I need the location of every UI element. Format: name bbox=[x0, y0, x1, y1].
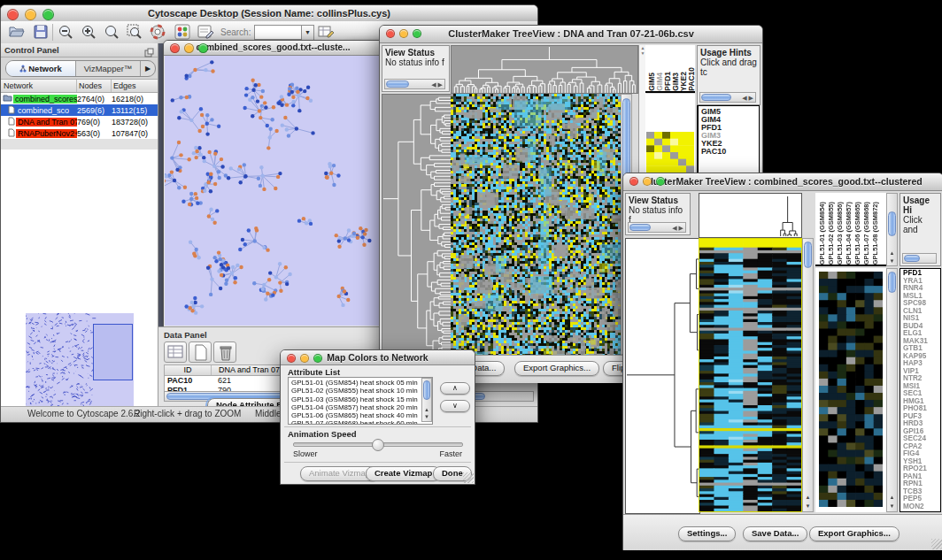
attribute-list-item[interactable]: GPL51-07 (GSM868) heat shock 60 min bbox=[291, 419, 432, 425]
network-view-canvas[interactable] bbox=[165, 56, 382, 326]
gene-label[interactable]: MAK31 bbox=[903, 338, 940, 346]
gene-label[interactable]: KAP95 bbox=[903, 353, 940, 361]
gene-label[interactable]: GPI16 bbox=[903, 428, 940, 436]
zoom-in-icon[interactable] bbox=[81, 24, 97, 43]
column-label[interactable]: YKE2 bbox=[679, 72, 687, 91]
attribute-list-item[interactable]: GPL51-06 (GSM865) heat shock 40 min bbox=[291, 411, 432, 419]
gene-label[interactable]: FIG4 bbox=[903, 450, 940, 458]
zoom-heatmap[interactable] bbox=[819, 272, 883, 507]
col-nodes[interactable]: Nodes bbox=[77, 80, 112, 92]
zoom-icon[interactable] bbox=[656, 177, 665, 186]
animation-speed-slider[interactable] bbox=[293, 442, 463, 447]
gene-label[interactable]: PAN1 bbox=[903, 473, 940, 481]
col-network[interactable]: Network bbox=[1, 80, 77, 92]
close-icon[interactable] bbox=[170, 43, 180, 53]
array-label[interactable]: GPL51-06 (GSM865) bbox=[853, 202, 862, 265]
create-vizmap-button[interactable]: Create Vizmap bbox=[366, 466, 441, 481]
gene-label[interactable]: VIP1 bbox=[903, 368, 940, 376]
minimize-icon[interactable] bbox=[25, 9, 36, 20]
help-lifebuoy-icon[interactable] bbox=[150, 24, 166, 43]
tab-network[interactable]: Network bbox=[6, 61, 76, 76]
slider-thumb[interactable] bbox=[372, 439, 384, 451]
gene-label[interactable]: YSH1 bbox=[903, 458, 940, 466]
table-view-icon[interactable] bbox=[164, 341, 187, 363]
gene-label[interactable]: YRA1 bbox=[903, 278, 940, 286]
attribute-list-vscrollbar[interactable]: ▲▼ bbox=[421, 378, 432, 422]
tab-vizmapper[interactable]: VizMapper™ bbox=[76, 61, 141, 76]
col-edges[interactable]: Edges bbox=[112, 80, 158, 92]
minimize-icon[interactable] bbox=[184, 43, 194, 53]
scrollbar-thumb[interactable] bbox=[423, 380, 430, 400]
column-label[interactable]: GIM4 bbox=[655, 73, 663, 91]
save-data-button[interactable]: Save Data... bbox=[743, 526, 807, 541]
scrollbar-thumb[interactable] bbox=[701, 94, 731, 101]
gene-label[interactable]: PFD1 bbox=[701, 124, 759, 132]
id-column-header[interactable]: ID bbox=[165, 365, 212, 375]
minimize-icon[interactable] bbox=[399, 29, 408, 38]
gene-label[interactable]: SEC1 bbox=[903, 390, 940, 398]
network-table-row[interactable]: RNAPuberNov2+ 563(0) 107847(0) bbox=[1, 127, 158, 139]
array-labels-vscrollbar[interactable]: ▲▼ bbox=[886, 193, 898, 266]
gene-label[interactable]: NTR2 bbox=[903, 375, 940, 383]
gene-label[interactable]: NIS1 bbox=[903, 315, 940, 323]
attribute-list-item[interactable]: GPL51-01 (GSM854) heat shock 05 min bbox=[291, 379, 432, 387]
gene-label[interactable]: HRD3 bbox=[903, 420, 940, 428]
main-titlebar[interactable]: Cytoscape Desktop (Session Name: collins… bbox=[1, 5, 537, 22]
view-status-hscrollbar[interactable]: ◀ ▶ bbox=[628, 222, 686, 233]
heatmap-vscrollbar[interactable]: ▲▼ bbox=[802, 238, 814, 512]
gene-label[interactable]: GIM3 bbox=[701, 132, 759, 140]
view-status-hscrollbar[interactable]: ◀ ▶ bbox=[384, 79, 445, 89]
gene-label[interactable]: GIM4 bbox=[701, 116, 759, 124]
tab-overflow-arrow[interactable]: ▶ bbox=[141, 61, 155, 76]
gene-label[interactable]: RPO21 bbox=[903, 465, 940, 473]
scrollbar-thumb[interactable] bbox=[804, 242, 812, 268]
close-icon[interactable] bbox=[386, 29, 395, 38]
scrollbar-thumb[interactable] bbox=[904, 255, 920, 262]
gene-label[interactable]: MSL1 bbox=[903, 293, 940, 301]
zoom-heatmap-vscrollbar[interactable]: ▲▼ bbox=[886, 268, 898, 512]
close-icon[interactable] bbox=[7, 9, 19, 20]
gene-label[interactable]: MON2 bbox=[903, 503, 940, 511]
column-dendrogram[interactable] bbox=[451, 45, 638, 94]
gene-label[interactable]: PAC10 bbox=[701, 148, 759, 156]
scrollbar-thumb[interactable] bbox=[888, 272, 896, 293]
network-window-titlebar[interactable]: combined_scores_good.txt--cluste... bbox=[164, 41, 382, 56]
gene-label[interactable]: HMG1 bbox=[903, 398, 940, 406]
resize-grip[interactable] bbox=[463, 472, 474, 483]
gene-label[interactable]: SEC24 bbox=[903, 435, 940, 443]
open-file-icon[interactable] bbox=[8, 24, 25, 43]
gene-label[interactable]: CLN1 bbox=[903, 308, 940, 316]
array-label[interactable]: GPL51-03 (GSM856) bbox=[836, 202, 845, 265]
usage-hints-hscrollbar[interactable] bbox=[902, 253, 937, 264]
array-label[interactable]: GPL51-02 (GSM855) bbox=[827, 202, 836, 265]
column-label[interactable]: PAC10 bbox=[687, 67, 695, 91]
export-graphics-button[interactable]: Export Graphics... bbox=[809, 526, 900, 541]
gene-label[interactable]: CPA2 bbox=[903, 443, 940, 451]
network-table-row[interactable]: DNA and Tran 07 769(0) 183728(0) bbox=[1, 116, 158, 127]
zoom-icon[interactable] bbox=[42, 9, 54, 20]
usage-hints-hscrollbar[interactable]: ◀ ▶ bbox=[699, 92, 756, 103]
array-label[interactable]: GPL51-01 (GSM854) bbox=[818, 202, 827, 265]
dialog-titlebar[interactable]: Map Colors to Network bbox=[281, 350, 475, 365]
new-attribute-icon[interactable] bbox=[189, 341, 212, 363]
delete-attribute-icon[interactable] bbox=[213, 341, 236, 363]
gene-label[interactable]: GIM5 bbox=[701, 108, 759, 116]
gene-label[interactable]: BUD4 bbox=[903, 323, 940, 331]
scrollbar-thumb[interactable] bbox=[386, 81, 409, 88]
attribute-list-item[interactable]: GPL51-03 (GSM856) heat shock 15 min bbox=[291, 395, 432, 403]
column-label[interactable]: GIM3 bbox=[671, 73, 679, 91]
gene-label[interactable]: MSI1 bbox=[903, 383, 940, 391]
network-table-row[interactable]: combined_scores 2764(0) 16218(0) bbox=[1, 93, 158, 104]
save-icon[interactable] bbox=[33, 24, 49, 43]
row-dendrogram[interactable] bbox=[625, 238, 700, 514]
array-label[interactable]: GPL51-04 (GSM857) bbox=[845, 202, 853, 265]
gene-label[interactable]: PEP5 bbox=[903, 495, 940, 503]
resize-grip[interactable] bbox=[931, 539, 942, 549]
gene-label[interactable]: PFD1 bbox=[903, 270, 940, 278]
zoom-selected-icon[interactable] bbox=[127, 24, 143, 43]
expression-heatmap[interactable] bbox=[451, 94, 621, 355]
settings-button[interactable]: Settings... bbox=[678, 526, 736, 541]
attribute-list-item[interactable]: GPL51-04 (GSM857) heat shock 20 min bbox=[291, 403, 432, 411]
gene-label[interactable]: PHO81 bbox=[903, 405, 940, 413]
close-icon[interactable] bbox=[287, 354, 296, 363]
